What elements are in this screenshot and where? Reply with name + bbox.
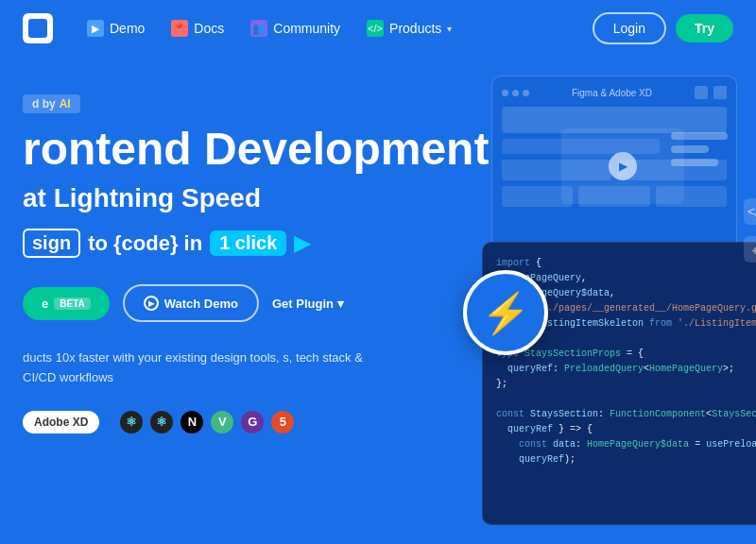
tech-stack: Adobe XD ⚛ ⚛ N V G 5 [23, 411, 756, 434]
code-line-13: const data: HomePageQuery$data = usePrel… [496, 437, 751, 452]
hero-title-line2: at Lightning Speed [23, 182, 756, 214]
ai-badge-highlight: AI [60, 97, 71, 110]
hero-section: d by AI rontend Development at Lightning… [0, 57, 756, 544]
chevron-down-icon: ▾ [337, 297, 344, 311]
get-plugin-button[interactable]: Get Plugin ▾ [272, 297, 344, 311]
login-button[interactable]: Login [593, 12, 666, 44]
docs-icon: 📍 [171, 20, 188, 37]
react-native-icon: ⚛ [150, 411, 173, 434]
demo-icon: ▶ [87, 20, 104, 37]
ai-badge: d by AI [23, 94, 80, 113]
watch-demo-button[interactable]: ▶ Watch Demo [123, 284, 259, 322]
beta-label-text: e [42, 297, 48, 311]
adobe-xd-label: Adobe XD [34, 416, 88, 429]
hero-description: ducts 10x faster with your existing desi… [23, 348, 382, 388]
beta-badge: BETA [54, 298, 90, 310]
community-icon: 👥 [250, 20, 267, 37]
lightning-icon: ⚡ [481, 290, 530, 336]
nav-label-docs: Docs [194, 21, 224, 36]
nav-label-products: Products [389, 21, 441, 36]
ai-badge-prefix: d by [32, 97, 56, 110]
tagline-arrow-icon: ▶ [294, 231, 310, 256]
nav-item-demo[interactable]: ▶ Demo [76, 14, 156, 42]
vue-icon: V [211, 411, 233, 434]
tagline-design: sign [23, 229, 80, 258]
hero-tagline: sign to {code} in 1 click ▶ [23, 229, 756, 258]
get-plugin-label: Get Plugin [272, 297, 334, 311]
hero-left: d by AI rontend Development at Lightning… [23, 85, 756, 434]
tech-separator [107, 419, 112, 425]
nav-right: Login Try [593, 12, 733, 44]
adobe-xd-badge: Adobe XD [23, 411, 99, 434]
react-icon: ⚛ [120, 411, 143, 434]
next-icon: N [180, 411, 203, 434]
nav-item-products[interactable]: </> Products ▾ [355, 14, 463, 42]
watch-demo-label: Watch Demo [164, 297, 238, 311]
nav-item-docs[interactable]: 📍 Docs [160, 14, 235, 42]
try-button[interactable]: Try [676, 14, 733, 42]
products-icon: </> [367, 20, 384, 37]
tagline-middle: to {code} in [88, 231, 202, 256]
hero-title-line1: rontend Development [23, 125, 756, 175]
play-icon: ▶ [144, 296, 159, 311]
beta-button[interactable]: e BETA [23, 287, 110, 320]
gatsby-icon: G [241, 411, 264, 434]
navbar: ▶ Demo 📍 Docs 👥 Community </> Products ▾… [0, 0, 756, 57]
nav-label-community: Community [273, 21, 340, 36]
hero-actions: e BETA ▶ Watch Demo Get Plugin ▾ [23, 284, 756, 322]
code-line-14: queryRef); [496, 452, 751, 468]
nav-items: ▶ Demo 📍 Docs 👥 Community </> Products ▾ [76, 14, 593, 42]
tagline-click: 1 click [210, 230, 286, 256]
html-icon: 5 [271, 411, 294, 434]
logo[interactable] [23, 13, 53, 43]
logo-mark [28, 19, 47, 38]
chevron-down-icon: ▾ [447, 24, 452, 34]
lightning-badge: ⚡ [463, 270, 548, 355]
nav-label-demo: Demo [110, 21, 145, 36]
nav-item-community[interactable]: 👥 Community [239, 14, 352, 42]
